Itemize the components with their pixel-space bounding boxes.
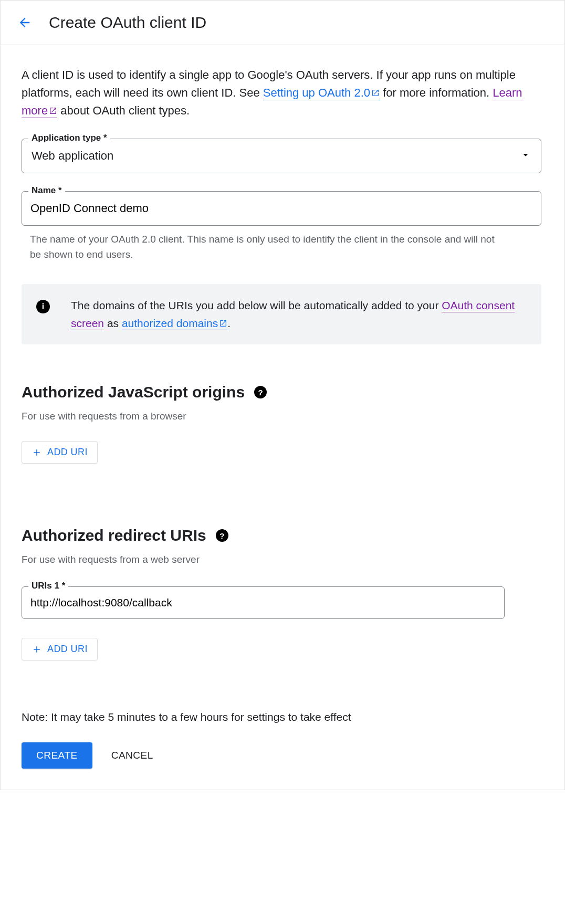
- redirect-uris-title: Authorized redirect URIs ?: [22, 527, 543, 544]
- add-redirect-uri-button[interactable]: ADD URI: [22, 638, 98, 660]
- footer-actions: CREATE CANCEL: [22, 742, 543, 769]
- plus-icon: [32, 447, 42, 458]
- intro-text-3: about OAuth client types.: [60, 104, 190, 117]
- name-label: Name *: [28, 185, 65, 196]
- content-area: A client ID is used to identify a single…: [1, 45, 564, 790]
- page-title: Create OAuth client ID: [49, 14, 206, 32]
- cancel-button[interactable]: CANCEL: [111, 750, 153, 761]
- info-text: The domains of the URIs you add below wi…: [71, 297, 527, 332]
- back-button[interactable]: [15, 13, 34, 32]
- setting-up-oauth-link[interactable]: Setting up OAuth 2.0: [263, 86, 380, 100]
- application-type-label: Application type *: [28, 133, 110, 143]
- domains-info-box: i The domains of the URIs you add below …: [22, 284, 541, 344]
- redirect-uris-subtitle: For use with requests from a web server: [22, 554, 543, 565]
- external-link-icon: [219, 319, 227, 328]
- help-icon[interactable]: ?: [216, 529, 228, 542]
- name-field: Name *: [22, 191, 541, 226]
- uri-1-field: URIs 1 *: [22, 586, 505, 619]
- add-js-origin-button[interactable]: ADD URI: [22, 441, 98, 464]
- authorized-domains-link[interactable]: authorized domains: [122, 317, 227, 330]
- name-helper-text: The name of your OAuth 2.0 client. This …: [30, 232, 503, 262]
- create-button[interactable]: CREATE: [22, 742, 92, 769]
- info-icon: i: [36, 300, 50, 313]
- application-type-value: Web application: [32, 149, 113, 163]
- external-link-icon: [49, 107, 57, 115]
- uri-1-input[interactable]: [22, 587, 504, 618]
- plus-icon: [32, 644, 42, 655]
- application-type-field: Application type * Web application: [22, 139, 541, 173]
- help-icon[interactable]: ?: [254, 386, 267, 398]
- external-link-icon: [371, 89, 380, 97]
- intro-text-2: for more information.: [383, 86, 493, 99]
- js-origins-title: Authorized JavaScript origins ?: [22, 383, 543, 401]
- page-header: Create OAuth client ID: [1, 1, 564, 45]
- redirect-uris-section: Authorized redirect URIs ? For use with …: [22, 527, 543, 660]
- intro-paragraph: A client ID is used to identify a single…: [22, 66, 536, 120]
- uri-1-label: URIs 1 *: [28, 581, 68, 591]
- arrow-left-icon: [17, 15, 32, 30]
- settings-note: Note: It may take 5 minutes to a few hou…: [22, 711, 543, 723]
- js-origins-section: Authorized JavaScript origins ? For use …: [22, 383, 543, 464]
- js-origins-subtitle: For use with requests from a browser: [22, 411, 543, 422]
- uri-1-field-wrap: URIs 1 *: [22, 586, 505, 619]
- application-type-select[interactable]: Web application: [22, 139, 541, 173]
- name-input[interactable]: [22, 192, 541, 225]
- chevron-down-icon: [520, 149, 531, 163]
